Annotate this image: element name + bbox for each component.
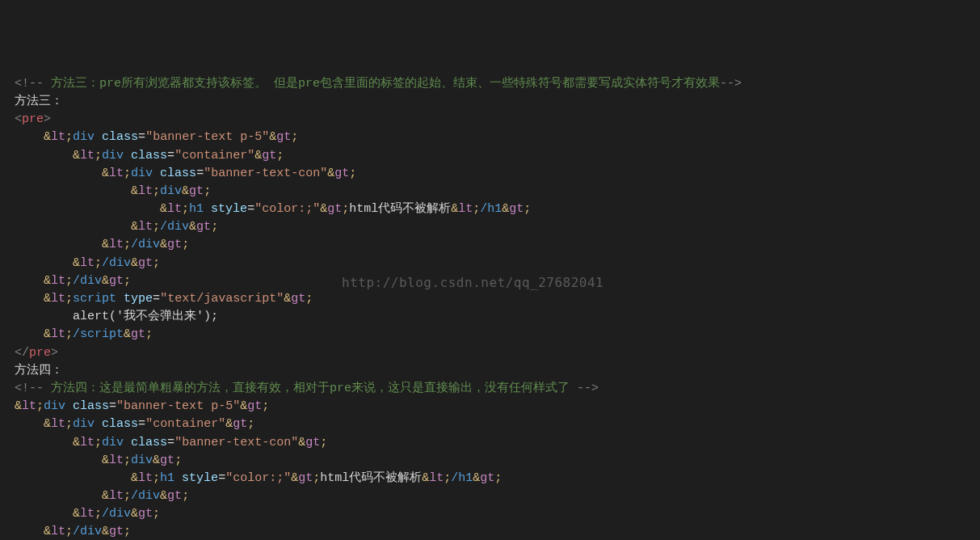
code-line: &lt;div class="banner-text-con"&gt; xyxy=(0,165,980,183)
code-line: alert('我不会弹出来'); xyxy=(0,308,980,326)
code-line: &lt;script type="text/javascript"&gt; xyxy=(0,290,980,308)
code-line: </pre> xyxy=(0,344,980,362)
code-line: &lt;div class="container"&gt; xyxy=(0,416,980,433)
code-line: <pre> xyxy=(0,111,980,129)
code-line: &lt;div class="banner-text p-5"&gt; xyxy=(0,398,980,416)
watermark: http://blog.csdn.net/qq_27682041 xyxy=(342,273,604,293)
code-line: &lt;/div&gt; xyxy=(0,236,980,254)
code-line: &lt;h1 style="color:;"&gt;html代码不被解析&lt;… xyxy=(0,470,980,487)
code-line: &lt;div class="banner-text p-5"&gt; xyxy=(0,129,980,146)
code-line: &lt;/script&gt; xyxy=(0,326,980,344)
code-line: <!-- 方法四：这是最简单粗暴的方法，直接有效，相对于pre来说，这只是直接输… xyxy=(0,380,980,398)
code-editor-view: <!-- 方法三：pre所有浏览器都支持该标签。 但是pre包含里面的标签的起始… xyxy=(0,75,980,540)
code-line: &lt;div class="banner-text-con"&gt; xyxy=(0,434,980,452)
code-line: &lt;div&gt; xyxy=(0,452,980,470)
code-line: &lt;/div&gt; xyxy=(0,523,980,540)
code-line: &lt;h1 style="color:;"&gt;html代码不被解析&lt;… xyxy=(0,200,980,218)
code-line: &lt;/div&gt; xyxy=(0,255,980,272)
code-line: &lt;/div&gt; xyxy=(0,218,980,236)
code-line: 方法三： xyxy=(0,93,980,111)
code-line: &lt;/div&gt; xyxy=(0,487,980,505)
code-line: &lt;/div&gt; xyxy=(0,505,980,523)
code-line: &lt;div&gt; xyxy=(0,183,980,200)
code-line: 方法四： xyxy=(0,362,980,380)
code-line: &lt;div class="container"&gt; xyxy=(0,147,980,165)
code-line: <!-- 方法三：pre所有浏览器都支持该标签。 但是pre包含里面的标签的起始… xyxy=(0,75,980,93)
